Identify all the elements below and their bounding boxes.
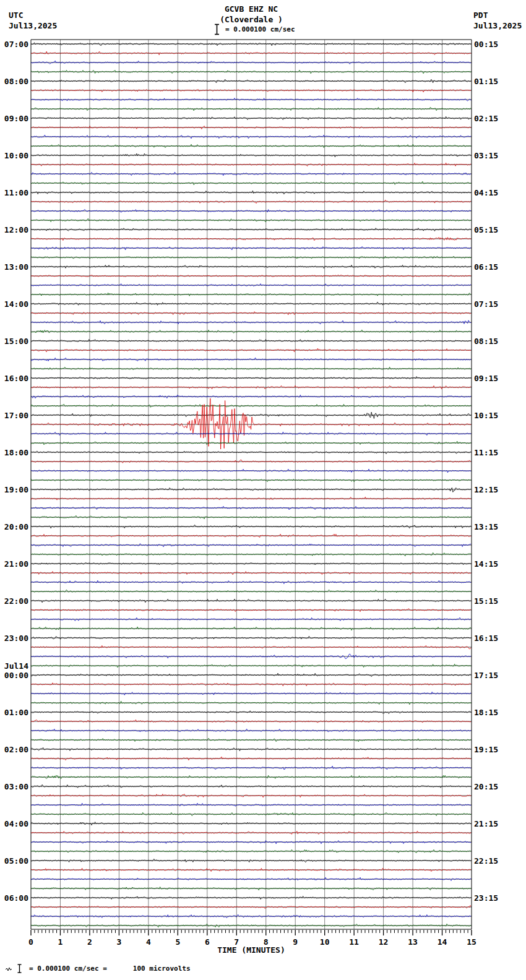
pdt-hour-label: 21:15 (474, 819, 498, 828)
utc-hour-labels: 07:0008:0009:0010:0011:0012:0013:0014:00… (4, 40, 28, 903)
helicorder-plot: 07:0008:0009:0010:0011:0012:0013:0014:00… (0, 0, 526, 980)
footer-scale-equation: = 0.000100 cm/sec = (29, 965, 107, 973)
x-tick-label: 10 (320, 937, 330, 947)
x-tick-label: 4 (146, 937, 151, 947)
pdt-hour-label: 07:15 (474, 299, 498, 309)
pdt-hour-label: 13:15 (474, 522, 498, 531)
utc-hour-label: 06:00 (4, 893, 28, 903)
scale-legend: = 0.000100 cm/sec (214, 24, 295, 35)
x-tick-label: 15 (467, 937, 476, 947)
utc-hour-label: 09:00 (4, 114, 28, 123)
utc-hour-label: 22:00 (4, 596, 28, 606)
utc-hour-label: 16:00 (4, 374, 28, 383)
x-tick-label: 6 (205, 937, 210, 947)
trace-row-5 (31, 89, 471, 92)
tiny-trace-mark-icon (5, 966, 12, 972)
trace-row-7 (31, 107, 471, 111)
utc-hour-label: 18:00 (4, 448, 28, 457)
trace-row-87 (31, 849, 471, 853)
trace-row-90 (31, 877, 471, 880)
pdt-hour-label: 15:15 (474, 596, 498, 606)
station-title: GCVB EHZ NC (31, 4, 472, 14)
trace-rows (31, 43, 472, 927)
x-tick-label: 13 (408, 937, 418, 947)
trace-row-59 (31, 590, 471, 593)
pdt-hour-label: 08:15 (474, 337, 498, 346)
pdt-hour-label: 18:15 (474, 708, 498, 717)
utc-hour-label: 23:00 (4, 634, 28, 643)
title-block: GCVB EHZ NC (Cloverdale ) (31, 4, 472, 25)
utc-hour-label: 14:00 (4, 299, 28, 309)
utc-date-break-label: Jul14 (4, 661, 28, 671)
utc-hour-label: 19:00 (4, 485, 28, 494)
trace-row-17 (31, 200, 471, 204)
trace-row-11 (31, 144, 471, 147)
pdt-hour-label: 23:15 (474, 893, 498, 903)
utc-hour-label: 11:00 (4, 188, 28, 197)
utc-hour-label: 00:00 (4, 671, 28, 680)
pdt-hour-label: 19:15 (474, 745, 498, 754)
x-axis: 0123456789101112131415TIME (MINUTES) (28, 930, 476, 955)
trace-row-48 (31, 488, 471, 492)
pdt-hour-label: 11:15 (474, 448, 498, 457)
x-tick-label: 5 (175, 937, 180, 947)
utc-hour-label: 12:00 (4, 225, 28, 234)
x-tick-label: 2 (87, 937, 92, 947)
x-tick-label: 11 (349, 937, 359, 947)
small-scale-bar-icon (17, 964, 22, 973)
x-tick-label: 12 (379, 937, 389, 947)
trace-row-52 (31, 525, 471, 528)
footer-scale-note: = 0.000100 cm/sec = 100 microvolts (5, 964, 191, 973)
trace-row-74 (31, 729, 471, 732)
utc-hour-label: 07:00 (4, 40, 28, 49)
utc-hour-label: 01:00 (4, 708, 28, 717)
pdt-hour-label: 17:15 (474, 671, 498, 680)
utc-hour-label: 05:00 (4, 856, 28, 866)
pdt-hour-label: 04:15 (474, 188, 498, 197)
pdt-hour-label: 10:15 (474, 411, 498, 420)
utc-hour-label: 17:00 (4, 411, 28, 420)
pdt-hour-labels: 00:1501:1502:1503:1504:1505:1506:1507:15… (474, 40, 498, 903)
right-timezone-label: PDT (473, 10, 522, 20)
utc-hour-label: 03:00 (4, 782, 28, 791)
trace-row-79 (31, 775, 471, 778)
x-tick-label: 9 (293, 937, 298, 947)
utc-hour-label: 02:00 (4, 745, 28, 754)
utc-hour-label: 20:00 (4, 522, 28, 531)
pdt-hour-label: 00:15 (474, 40, 498, 49)
x-tick-label: 0 (28, 937, 33, 947)
x-tick-label: 14 (438, 937, 447, 947)
pdt-hour-label: 05:15 (474, 225, 498, 234)
utc-hour-label: 04:00 (4, 819, 28, 828)
pdt-hour-label: 14:15 (474, 559, 498, 569)
utc-hour-label: 10:00 (4, 151, 28, 160)
trace-row-46 (31, 469, 471, 473)
scale-legend-label: = 0.000100 cm/sec (225, 25, 295, 33)
utc-hour-label: 08:00 (4, 77, 28, 86)
trace-row-26 (31, 284, 471, 286)
right-date-label: Jul13,2025 (473, 20, 522, 31)
x-tick-label: 1 (58, 937, 63, 947)
pdt-hour-label: 12:15 (474, 485, 498, 494)
scale-bar-icon (214, 24, 220, 35)
x-tick-label: 3 (116, 937, 121, 947)
trace-row-83 (31, 812, 471, 815)
utc-hour-label: 15:00 (4, 337, 28, 346)
pdt-hour-label: 01:15 (474, 77, 498, 86)
pdt-hour-label: 02:15 (474, 114, 498, 123)
pdt-hour-label: 06:15 (474, 262, 498, 272)
trace-row-6 (31, 98, 471, 101)
pdt-hour-label: 20:15 (474, 782, 498, 791)
pdt-hour-label: 09:15 (474, 374, 498, 383)
footer-scale-value: 100 microvolts (133, 965, 191, 973)
pdt-hour-label: 03:15 (474, 151, 498, 160)
pdt-hour-label: 22:15 (474, 856, 498, 866)
pdt-hour-label: 16:15 (474, 634, 498, 643)
utc-hour-label: 21:00 (4, 559, 28, 569)
trace-row-32 (31, 340, 471, 343)
right-header: PDT Jul13,2025 (473, 10, 522, 31)
utc-hour-label: 13:00 (4, 262, 28, 272)
x-axis-title: TIME (MINUTES) (217, 945, 285, 955)
